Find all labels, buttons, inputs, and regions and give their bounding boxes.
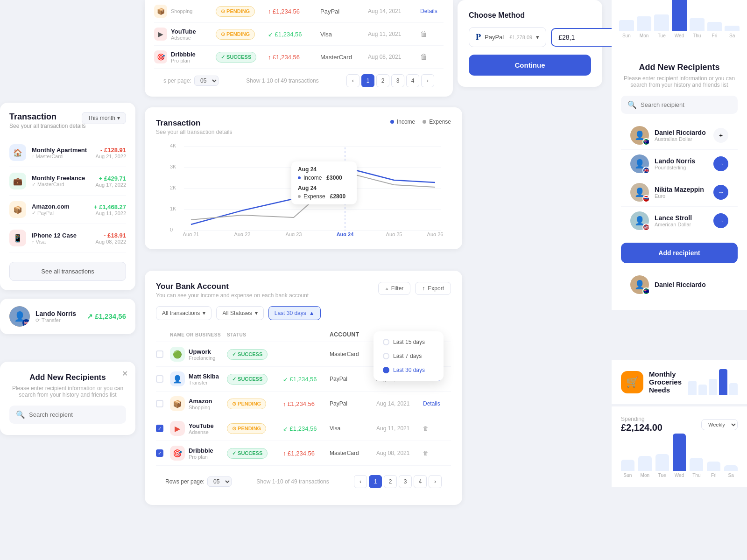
dribbble-sub: Pro plan <box>171 58 196 63</box>
w-label-tue: Tue <box>658 473 666 478</box>
top-table-row-dribbble: 🎯 Dribbble Pro plan ✓ SUCCESS ↑ £1,234,5… <box>154 46 444 69</box>
weekly-select[interactable]: Weekly <box>701 419 738 430</box>
amazon-method: PayPal <box>320 8 362 15</box>
partial-daniel: 👤 🇦🇺 Daniel Ricciardo <box>621 271 738 299</box>
rows-select-bank[interactable]: 05 <box>207 476 232 487</box>
add-recipient-button[interactable]: Add recipient <box>621 243 738 263</box>
iphone-details: iPhone 12 Case ↑ Visa <box>32 232 90 245</box>
youtube-delete-btn[interactable]: 🗑 <box>420 30 444 38</box>
prev-page-top[interactable]: ‹ <box>346 74 359 87</box>
export-button[interactable]: ↑ Export <box>415 282 451 295</box>
statuses-filter[interactable]: All Statuses ▾ <box>216 306 263 320</box>
dribbble-delete-btn[interactable]: 🗑 <box>420 53 444 61</box>
lando-currency: Poundsterling <box>655 165 708 170</box>
lando-action-btn[interactable]: → <box>713 156 728 171</box>
amazon-amount: ↑ £1,234,56 <box>268 8 315 15</box>
iphone-name: iPhone 12 Case <box>32 232 90 239</box>
rows-select-top[interactable]: 05 <box>194 76 218 86</box>
mini-label-thu: Thu <box>693 33 701 38</box>
top-table-section: 📦 Shopping ⊙ PENDING ↑ £1,234,56 PayPal … <box>145 0 453 97</box>
amazon-left-value: + £1,468.27 <box>94 203 126 210</box>
svg-text:4K: 4K <box>170 143 176 148</box>
search-input-left[interactable] <box>29 411 120 418</box>
page-1-top[interactable]: 1 <box>361 74 374 87</box>
search-input-right[interactable] <box>641 101 731 108</box>
nikita-action-btn[interactable]: → <box>713 185 728 200</box>
bank-amazon-action[interactable]: Details <box>423 400 451 407</box>
svg-text:1K: 1K <box>170 206 176 211</box>
prev-page-bank[interactable]: ‹ <box>354 475 367 488</box>
add-recipients-right-section: Add New Recipients Please enter recipien… <box>612 51 747 310</box>
search-recipient-right[interactable]: 🔍 <box>621 96 738 114</box>
bank-amazon-checkbox[interactable] <box>156 400 163 407</box>
transfer-flag: 🇬🇧 <box>22 319 30 327</box>
apartment-details: Monthly Apartment ↑ MasterCard <box>32 147 90 159</box>
search-recipient-left[interactable]: 🔍 <box>9 406 126 424</box>
matt-checkbox[interactable] <box>156 375 163 383</box>
payment-method-select[interactable]: 𝐏 PayPal £1,278,09 ▾ <box>469 27 546 47</box>
this-month-filter-btn[interactable]: This month ▾ <box>82 112 126 124</box>
transactions-filter[interactable]: All transactions ▾ <box>156 306 211 320</box>
page-3-bank[interactable]: 3 <box>399 475 412 488</box>
page-4-bank[interactable]: 4 <box>414 475 427 488</box>
bank-dribbble-checkbox[interactable] <box>156 449 163 457</box>
lando-name: Lando Norris <box>655 157 708 165</box>
svg-text:Aug 26: Aug 26 <box>427 231 444 236</box>
tooltip-income-row: Income £3000 <box>298 175 350 181</box>
nikita-name: Nikita Mazeppin <box>655 186 708 193</box>
chart-svg-container: 4K 3K 2K 1K 0 Aug 21 Aug 22 Aug 23 Aug 2… <box>156 143 451 238</box>
mini-label-tue: Tue <box>658 33 666 38</box>
groceries-card: 🛒 Monthly Groceries Needs <box>612 359 747 404</box>
daniel-flag: 🇦🇺 <box>642 138 650 146</box>
g-bar-2 <box>698 385 707 395</box>
upwork-checkbox[interactable] <box>156 350 163 358</box>
last-7-days-option[interactable]: Last 7 days <box>377 349 440 363</box>
bank-youtube-delete[interactable]: 🗑 <box>423 425 451 432</box>
page-2-bank[interactable]: 2 <box>384 475 397 488</box>
daniel-action-btn[interactable]: + <box>713 128 728 143</box>
last-15-days-option[interactable]: Last 15 days <box>377 335 440 349</box>
transfer-info: Lando Norris ⟳ Transfer <box>35 310 81 323</box>
bank-youtube-amount: ↙ £1,234,56 <box>283 425 330 432</box>
lance-action-btn[interactable]: → <box>713 213 728 228</box>
last-30-days-option[interactable]: Last 30 days <box>377 363 440 377</box>
youtube-icon: ▶ <box>154 28 167 41</box>
tooltip-income-value: £3000 <box>326 175 342 181</box>
bank-dribbble-delete[interactable]: 🗑 <box>423 450 451 456</box>
bank-dribbble-status: ✓ SUCCESS <box>227 448 268 459</box>
amazon-sub: Shopping <box>171 8 193 14</box>
close-add-recipients-btn[interactable]: ✕ <box>122 369 128 378</box>
continue-button[interactable]: Continue <box>469 55 591 76</box>
freelance-amount: + £429.71 Aug 17, 2022 <box>96 175 126 188</box>
page-1-bank[interactable]: 1 <box>369 475 382 488</box>
mini-bar-tue-bar <box>654 14 669 31</box>
mini-bar-thu: Thu <box>690 18 705 38</box>
amazon-details-btn[interactable]: Details <box>420 8 444 14</box>
see-all-transactions-btn[interactable]: See all transactions <box>9 262 126 281</box>
upwork-name: Upwork <box>189 348 215 355</box>
amazon-left-amount: + £1,468.27 Aug 11, 2022 <box>94 203 126 216</box>
bank-amazon-method: PayPal <box>330 400 376 407</box>
transaction-left-section: Transaction See your all transaction det… <box>0 103 135 290</box>
page-2-top[interactable]: 2 <box>376 74 389 87</box>
svg-text:Aug 23: Aug 23 <box>286 231 302 236</box>
page-4-top[interactable]: 4 <box>406 74 419 87</box>
page-3-top[interactable]: 3 <box>391 74 404 87</box>
mini-label-sa: Sa <box>729 33 735 38</box>
apartment-sub: ↑ MasterCard <box>32 154 90 159</box>
date-range-filter[interactable]: Last 30 days ▲ <box>268 306 321 320</box>
chevron-down-icon: ▾ <box>117 115 120 121</box>
nikita-currency: Euro <box>655 193 708 199</box>
statuses-chevron: ▾ <box>255 310 258 316</box>
nikita-info: Nikita Mazeppin Euro <box>655 186 708 199</box>
bank-dribbble-info: Dribbble Pro plan <box>189 447 213 460</box>
export-label: Export <box>428 285 444 292</box>
filter-button[interactable]: ⟁ Filter <box>378 282 411 295</box>
iphone-date: Aug 08, 2022 <box>96 239 126 245</box>
bank-youtube-checkbox[interactable] <box>156 425 163 432</box>
dribbble-icon: 🎯 <box>154 50 167 63</box>
next-page-top[interactable]: › <box>421 74 434 87</box>
bank-youtube-sub: Adsense <box>189 429 214 435</box>
next-page-bank[interactable]: › <box>429 475 442 488</box>
upwork-info: Upwork Freelancing <box>189 348 215 361</box>
